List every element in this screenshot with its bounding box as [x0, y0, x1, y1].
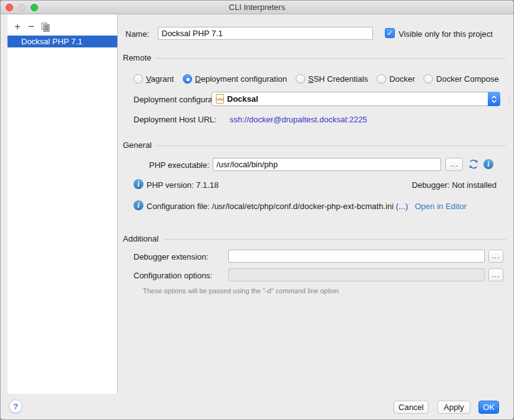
remote-type-radio-group: Vagrant Deployment configuration SSH Cre… [133, 72, 513, 85]
info-icon: i [133, 179, 143, 189]
copy-icon [41, 22, 50, 32]
checkmark-icon: ✓ [387, 29, 393, 37]
php-executable-input[interactable] [213, 158, 441, 171]
select-stepper[interactable] [488, 92, 500, 106]
deployment-host-url-label: Deployment Host URL: [133, 115, 216, 124]
updown-chevrons-icon [491, 95, 497, 104]
debugger-extension-browse-button[interactable]: ... [488, 250, 503, 263]
visible-only-checkbox[interactable]: ✓ [385, 28, 395, 38]
radio-docker-compose[interactable]: Docker Compose [424, 74, 498, 84]
open-in-editor-link[interactable]: Open in Editor [415, 202, 467, 211]
window-title: CLI Interpreters [1, 2, 513, 12]
radio-circle [424, 74, 433, 84]
reload-phpinfo-button[interactable] [468, 159, 479, 172]
radio-circle-selected [183, 74, 192, 84]
selected-deployment-config: Docksal [227, 94, 258, 104]
general-section-header: General [123, 140, 506, 150]
copy-interpreter-button[interactable] [38, 22, 53, 32]
debugger-extension-input[interactable] [228, 250, 485, 263]
configuration-options-label: Configuration options: [133, 271, 212, 280]
apply-button[interactable]: Apply [437, 401, 470, 414]
refresh-icon [468, 159, 479, 170]
radio-docker[interactable]: Docker [377, 74, 415, 84]
cancel-button[interactable]: Cancel [394, 401, 429, 414]
configuration-options-browse-button[interactable]: ... [488, 268, 503, 281]
deployment-configuration-select[interactable]: sftp Docksal [211, 92, 500, 106]
radio-circle [377, 74, 386, 84]
php-executable-browse-button[interactable]: ... [445, 158, 463, 171]
title-bar: CLI Interpreters [1, 1, 513, 14]
deployment-host-url-value[interactable]: ssh://docker@drupaltest.docksal:2225 [230, 115, 367, 124]
php-version-text: PHP version: 7.1.18 [147, 180, 218, 190]
configuration-file-text: Configuration file: /usr/local/etc/php/c… [147, 202, 394, 211]
name-input[interactable] [158, 27, 373, 40]
help-button[interactable]: ? [9, 399, 22, 413]
name-label: Name: [125, 29, 149, 39]
options-note-text: These options will be passed using the "… [143, 287, 339, 295]
cli-interpreters-dialog: CLI Interpreters + − Docksal PHP 7.1 Nam… [0, 0, 514, 420]
section-divider [157, 58, 506, 59]
radio-circle [296, 74, 305, 84]
section-divider [157, 145, 506, 146]
list-item-docksal-php-71[interactable]: Docksal PHP 7.1 [7, 36, 117, 47]
php-executable-label: PHP executable: [149, 160, 210, 170]
radio-deployment-configuration[interactable]: Deployment configuration [183, 74, 287, 84]
list-toolbar: + − [7, 20, 53, 34]
debugger-status-text: Debugger: Not installed [412, 180, 497, 190]
ok-button[interactable]: OK [478, 401, 499, 414]
show-phpinfo-button[interactable]: i [483, 159, 493, 169]
add-interpreter-button[interactable]: + [11, 21, 24, 33]
interpreters-list-panel: + − Docksal PHP 7.1 [7, 14, 118, 394]
remote-section-header: Remote [123, 53, 506, 62]
radio-circle [133, 74, 143, 84]
debugger-extension-label: Debugger extension: [133, 252, 208, 261]
configuration-file-expand-link[interactable]: (...) [396, 202, 409, 211]
configuration-options-input [228, 268, 485, 281]
visible-only-label: Visible only for this project [399, 29, 493, 39]
additional-section-header: Additional [123, 234, 506, 243]
info-icon: i [133, 200, 143, 210]
sftp-server-icon: sftp [216, 94, 224, 104]
divider [509, 94, 510, 104]
section-divider [163, 239, 506, 240]
remove-interpreter-button[interactable]: − [24, 21, 38, 33]
configuration-file-row: Configuration file: /usr/local/etc/php/c… [147, 202, 467, 211]
radio-vagrant[interactable]: Vagrant [133, 74, 174, 84]
radio-ssh-credentials[interactable]: SSH Credentials [296, 74, 368, 84]
